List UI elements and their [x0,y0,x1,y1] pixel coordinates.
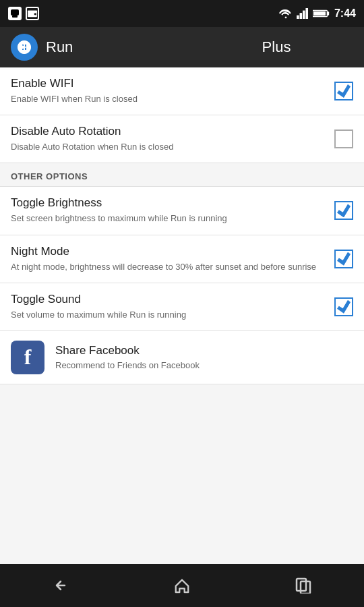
night-mode-desc: At night mode, brightness will decrease … [11,261,326,273]
toggle-sound-text: Toggle Sound Set volume to maximum while… [11,293,334,321]
svg-rect-11 [313,11,326,16]
bottom-nav [0,564,364,607]
toggle-sound-title: Toggle Sound [11,293,326,306]
svg-rect-3 [28,11,37,13]
wallet-icon [26,7,39,20]
enable-wifi-checkbox[interactable] [334,82,353,100]
toggle-brightness-text: Toggle Brightness Set screen brightness … [11,196,334,225]
status-bar-left [8,7,39,20]
svg-rect-10 [327,11,329,16]
enable-wifi-text: Enable WIFI Enable WIFI when Run is clos… [11,77,334,105]
facebook-title: Share Facebook [55,344,200,357]
toggle-brightness-desc: Set screen brightness to maximum while R… [11,212,326,225]
svg-rect-7 [303,11,305,19]
night-mode-text: Night Mode At night mode, brightness wil… [11,245,334,273]
status-bar: 7:44 [0,0,364,27]
disable-rotation-desc: Disable Auto Rotation when Run is closed [11,141,326,153]
status-bar-right: 7:44 [279,7,356,20]
svg-rect-6 [300,13,303,19]
facebook-desc: Recommend to Friends on Facebook [55,360,200,370]
disable-rotation-item[interactable]: Disable Auto Rotation Disable Auto Rotat… [0,115,364,163]
toggle-brightness-item[interactable]: Toggle Brightness Set screen brightness … [0,187,364,235]
facebook-item[interactable]: f Share Facebook Recommend to Friends on… [0,331,364,384]
svg-rect-0 [11,9,19,16]
bbm-icon [8,7,22,20]
night-mode-checkbox[interactable] [334,250,353,268]
signal-icon [297,8,309,19]
battery-icon [313,9,330,18]
svg-rect-5 [297,16,299,19]
back-button[interactable] [40,572,81,599]
section-header-text: OTHER OPTIONS [11,171,88,181]
app-logo [11,34,38,61]
time-display: 7:44 [334,7,356,20]
night-mode-title: Night Mode [11,245,326,258]
app-subtitle: Plus [200,38,353,56]
svg-rect-8 [305,8,308,19]
facebook-icon: f [11,341,44,374]
disable-rotation-title: Disable Auto Rotation [11,125,326,138]
wifi-icon [279,8,293,19]
disable-rotation-checkbox[interactable] [334,129,353,148]
recents-button[interactable] [283,572,324,599]
toggle-brightness-checkbox[interactable] [334,201,353,220]
facebook-text: Share Facebook Recommend to Friends on F… [55,344,200,370]
app-title: Run [46,38,200,56]
app-bar: Run Plus [0,27,364,67]
other-options-header: OTHER OPTIONS [0,163,364,187]
home-button[interactable] [162,572,202,599]
svg-point-4 [34,13,36,15]
disable-rotation-text: Disable Auto Rotation Disable Auto Rotat… [11,125,334,153]
toggle-sound-checkbox[interactable] [334,297,353,316]
content-area: Enable WIFI Enable WIFI when Run is clos… [0,67,364,564]
enable-wifi-title: Enable WIFI [11,77,326,90]
toggle-sound-desc: Set volume to maximum while Run is runni… [11,309,326,321]
night-mode-item[interactable]: Night Mode At night mode, brightness wil… [0,235,364,283]
toggle-brightness-title: Toggle Brightness [11,196,326,210]
svg-rect-1 [12,16,18,18]
enable-wifi-desc: Enable WIFI when Run is closed [11,93,326,105]
enable-wifi-item[interactable]: Enable WIFI Enable WIFI when Run is clos… [0,67,364,115]
toggle-sound-item[interactable]: Toggle Sound Set volume to maximum while… [0,283,364,331]
